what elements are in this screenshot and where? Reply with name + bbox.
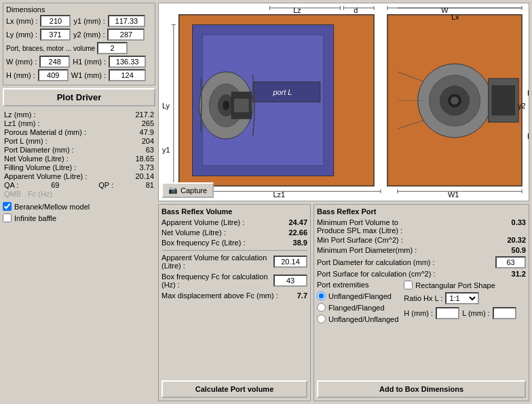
rect-port-checkbox-row: Rectangular Port Shape xyxy=(404,281,495,289)
svg-text:y1: y1 xyxy=(162,146,170,154)
box-freq-calc-row: Box frequency Fc for calculation (Hz) : xyxy=(162,272,307,289)
ly-label: Ly (mm) : xyxy=(6,31,37,39)
svg-point-17 xyxy=(451,97,459,105)
apparent-row: Apparent Volume (Litre) : 20.14 xyxy=(4,172,154,180)
capture-label: Capture xyxy=(180,186,207,195)
svg-text:H: H xyxy=(527,89,529,97)
l-input[interactable] xyxy=(493,307,516,319)
box-freq-calc-input[interactable] xyxy=(273,275,307,287)
ratio-label: Ratio Hx L : xyxy=(404,294,442,302)
h-input[interactable] xyxy=(38,69,69,81)
rect-port-checkbox[interactable] xyxy=(404,281,413,289)
min-port-surface-value: 20.32 xyxy=(507,236,526,244)
min-port-diam-row: Minimum Port Diameter(mm) : 50.9 xyxy=(317,246,526,254)
port-l-value: 204 xyxy=(142,137,154,145)
dimensions-title: Dimensions xyxy=(6,5,152,14)
capture-button[interactable]: 📷 Capture xyxy=(162,182,214,198)
apparent-calc-input[interactable] xyxy=(273,256,307,268)
apparent-vol-row: Apparent Volume (Litre) : 24.47 xyxy=(162,218,307,226)
y2-input[interactable] xyxy=(107,28,145,41)
net-vol-row: Net Volume (Litre) : 18.65 xyxy=(4,155,154,163)
qa-label: QA : xyxy=(4,181,18,189)
net-vol-label: Net Volume (Litre) : xyxy=(162,228,226,237)
max-disp-label: Max displacement above Fc (mm) : xyxy=(162,291,278,300)
filling-label: Filling Volume (Litre) : xyxy=(4,163,76,171)
port-diam-calc-label: Port Diameter for calculation (mm) : xyxy=(317,258,435,266)
flanged-flanged-radio[interactable] xyxy=(317,303,326,312)
lx-label: Lx (mm) : xyxy=(6,17,37,25)
port-diam-calc-input[interactable] xyxy=(495,256,526,268)
lz1-row: Lz1 (mm) : 265 xyxy=(4,119,154,127)
radio1-row: Unflanged/Flanged xyxy=(317,291,398,300)
ly-input[interactable] xyxy=(40,28,71,41)
beranek-checkbox[interactable] xyxy=(3,202,12,211)
net-vol-value: 22.66 xyxy=(288,228,307,237)
svg-text:y2: y2 xyxy=(518,102,526,110)
svg-text:W: W xyxy=(441,6,449,14)
lx-input[interactable] xyxy=(40,15,71,27)
porous-value: 47.9 xyxy=(140,128,154,136)
w-input[interactable] xyxy=(39,56,70,68)
qmb-fc-row: QMB Fc (Hz) xyxy=(4,190,154,198)
ly-row: Ly (mm) : y2 (mm) : xyxy=(6,28,152,41)
port-volume-label: Port, braces, motor ... volume (Litre) : xyxy=(6,45,94,52)
svg-text:Lx: Lx xyxy=(451,13,459,21)
plot-driver-button[interactable]: Plot Driver xyxy=(3,88,155,106)
box-freq-calc-label: Box frequency Fc for calculation (Hz) : xyxy=(162,272,273,289)
lx-row: Lx (mm) : y1 (mm) : xyxy=(6,15,152,27)
h-label: H (mm) : xyxy=(404,309,433,317)
radio2-row: Flanged/Flanged xyxy=(317,303,398,312)
infinite-checkbox[interactable] xyxy=(3,214,12,222)
bass-reflex-port-panel: Bass Reflex Port Minimum Port Volume to … xyxy=(314,204,529,401)
speaker-diagram: port L xyxy=(159,3,529,201)
h-label: H (mm) : xyxy=(6,71,35,79)
svg-text:Lz1: Lz1 xyxy=(273,190,285,199)
l-label: L (mm) : xyxy=(462,309,490,317)
port-radio-group: Port extremities Unflanged/Flanged Flang… xyxy=(317,281,398,325)
y1-label: y1 (mm) : xyxy=(73,17,104,25)
bass-reflex-port-title: Bass Reflex Port xyxy=(317,207,526,216)
port-surface-value: 31.2 xyxy=(512,270,526,278)
rect-port-label: Rectangular Port Shape xyxy=(415,281,495,289)
min-port-surface-label: Min Port Surface (Cm^2) : xyxy=(317,236,403,244)
add-to-box-button[interactable]: Add to Box Dimensions xyxy=(317,380,526,398)
qp-value: 81 xyxy=(146,181,154,189)
fc-label: Fc (Hz) xyxy=(28,190,52,198)
svg-text:W1: W1 xyxy=(448,190,459,199)
h-row: H (mm) : W1 (mm) : xyxy=(6,69,152,81)
lz-row: Lz (mm) : 217.2 xyxy=(4,110,154,119)
port-surface-row: Port Surface for calculation (cm^2) : 31… xyxy=(317,270,526,278)
y1-input[interactable] xyxy=(108,15,145,27)
min-vol-row: Minimum Port Volume to Produce SPL max (… xyxy=(317,218,526,235)
unflanged-flanged-radio[interactable] xyxy=(317,291,326,300)
qa-value: 69 xyxy=(51,181,59,189)
port-volume-input[interactable] xyxy=(97,42,128,54)
ratio-select[interactable]: 1:1 1:2 1:3 xyxy=(445,292,479,304)
svg-rect-19 xyxy=(492,85,516,116)
apparent-value: 20.14 xyxy=(135,172,154,180)
port-surface-label: Port Surface for calculation (cm^2) : xyxy=(317,270,436,278)
apparent-calc-row: Apparent Volume for calculation (Litre) … xyxy=(162,254,307,270)
port-l-row: Port L (mm) : 204 xyxy=(4,137,154,145)
radio1-label: Unflanged/Flanged xyxy=(328,292,392,300)
calculate-port-volume-button[interactable]: Calculate Port volume xyxy=(162,380,307,398)
porous-row: Porous Material d (mm) : 47.9 xyxy=(4,128,154,136)
min-vol-label1: Minimum Port Volume to xyxy=(317,218,402,226)
box-freq-label: Box frequency Fc (Litre) : xyxy=(162,239,246,247)
port-diam-label: Port Diameter (mm) : xyxy=(4,146,74,154)
apparent-calc-label: Apparent Volume for calculation (Litre) … xyxy=(162,254,273,270)
port-diam-row: Port Diameter (mm) : 63 xyxy=(4,146,154,154)
svg-text:Ly: Ly xyxy=(162,102,170,110)
port-row: Port, braces, motor ... volume (Litre) : xyxy=(6,42,152,54)
h1-input[interactable] xyxy=(109,56,146,68)
apparent-vol-label: Apparent Volume (Litre) : xyxy=(162,218,244,226)
max-disp-row: Max displacement above Fc (mm) : 7.7 xyxy=(162,291,307,300)
svg-text:d: d xyxy=(354,6,358,14)
h-input[interactable] xyxy=(436,307,459,319)
svg-text:port L: port L xyxy=(272,88,292,96)
radio3-label: Unflanged/Unflanged xyxy=(328,315,398,323)
unflanged-unflanged-radio[interactable] xyxy=(317,315,326,323)
h1-label: H1 (mm) : xyxy=(73,58,106,66)
radio3-row: Unflanged/Unflanged xyxy=(317,315,398,323)
w1-input[interactable] xyxy=(109,69,146,81)
